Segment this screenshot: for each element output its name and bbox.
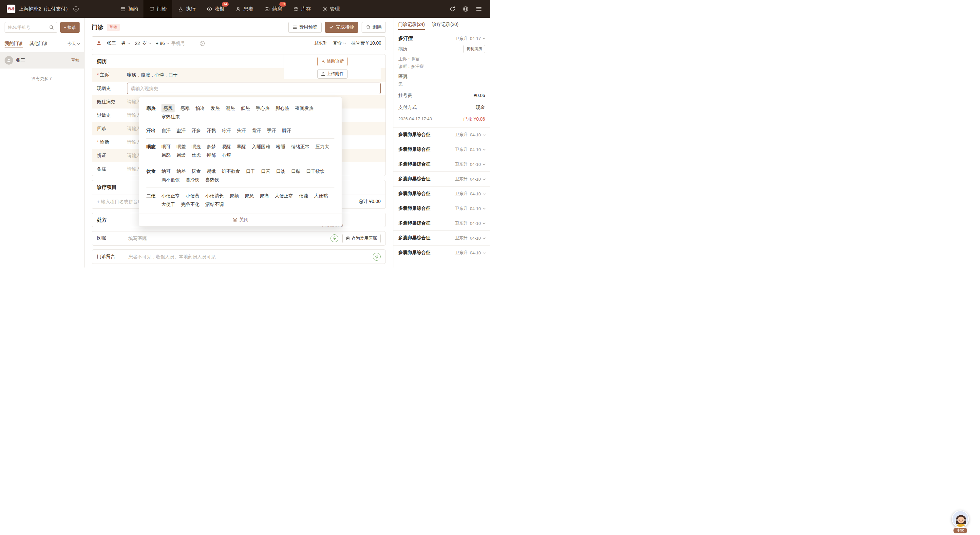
symptom-option[interactable]: 口黏 — [291, 167, 301, 176]
record-list-item[interactable]: 多囊卵巢综合征卫东升04-10 — [393, 230, 490, 245]
symptom-option[interactable]: 易怒 — [161, 151, 171, 159]
symptom-option[interactable]: 汗黏 — [207, 126, 216, 135]
patient-list-item[interactable]: 张三 草稿 — [0, 52, 84, 69]
symptom-option[interactable]: 口干 — [246, 167, 255, 176]
finish-reception-button[interactable]: 完成接诊 — [325, 22, 358, 33]
patient-search-input[interactable] — [8, 25, 49, 30]
symptom-option[interactable]: 多梦 — [207, 142, 216, 151]
symptom-option[interactable]: 溏结不调 — [205, 200, 224, 209]
expand-icon[interactable] — [483, 163, 485, 165]
save-common-advice-button[interactable]: 存为常用医嘱 — [342, 234, 380, 243]
symptom-option[interactable]: 寒热往来 — [161, 112, 180, 121]
symptom-option[interactable]: 渴不欲饮 — [161, 176, 180, 184]
symptom-option[interactable]: 脚心热 — [275, 104, 289, 112]
symptom-option[interactable]: 喜冷饮 — [186, 176, 199, 184]
symptom-option[interactable]: 大便干 — [161, 200, 175, 209]
nav-item-appointment[interactable]: 预约 — [115, 0, 143, 18]
present-illness-input[interactable] — [131, 86, 377, 91]
symptom-option[interactable]: 脚汗 — [282, 126, 291, 135]
message-mic-icon[interactable] — [373, 253, 380, 260]
patient-search-box[interactable] — [5, 22, 57, 33]
record-list-item[interactable]: 多囊卵巢综合征卫东升04-10 — [393, 142, 490, 157]
refresh-icon[interactable] — [449, 6, 456, 12]
symptom-option[interactable]: 尿急 — [245, 192, 254, 200]
symptom-option[interactable]: 尿频 — [230, 192, 239, 200]
delete-button[interactable]: 删除 — [362, 22, 386, 33]
symptom-option[interactable]: 焦虑 — [192, 151, 201, 159]
symptom-option[interactable]: 心烦 — [222, 151, 231, 159]
tab-other-clinic[interactable]: 其他门诊 — [29, 37, 48, 50]
symptom-option[interactable]: 大便正常 — [275, 192, 293, 200]
advice-input[interactable] — [128, 236, 329, 241]
nav-item-cashier[interactable]: 收银14 — [201, 0, 230, 18]
brand[interactable]: 抱朴 上海抱朴2（汇付支付） — [0, 0, 84, 18]
symptom-option[interactable]: 汗多 — [192, 126, 201, 135]
clear-patient-icon[interactable] — [199, 41, 205, 46]
symptom-option[interactable]: 便溏 — [299, 192, 308, 200]
tab-my-clinic[interactable]: 我的门诊 — [5, 37, 23, 50]
record-list-item[interactable]: 多囊卵巢综合征卫东升04-10 — [393, 186, 490, 201]
symptom-option[interactable]: 背汗 — [252, 126, 261, 135]
symptom-option[interactable]: 入睡困难 — [252, 142, 270, 151]
expanded-record-header[interactable]: 多汗症 卫东升 04-17 — [393, 32, 490, 44]
collapse-icon[interactable] — [483, 38, 485, 40]
expand-icon[interactable] — [483, 222, 485, 224]
expand-icon[interactable] — [483, 133, 485, 136]
symptom-option[interactable]: 喜热饮 — [205, 176, 219, 184]
symptom-option[interactable]: 尿痛 — [260, 192, 269, 200]
nav-item-inventory[interactable]: 库存 — [288, 0, 317, 18]
expand-icon[interactable] — [483, 236, 485, 239]
start-reception-button[interactable]: + 接诊 — [60, 22, 80, 33]
symptom-option[interactable]: 冷汗 — [222, 126, 231, 135]
symptom-option[interactable]: 小便黄 — [186, 192, 199, 200]
symptom-option[interactable]: 口苦 — [261, 167, 270, 176]
symptom-option[interactable]: 恶风 — [161, 104, 175, 112]
search-icon[interactable] — [49, 25, 54, 30]
copy-record-button[interactable]: 复制病历 — [463, 45, 485, 53]
expand-icon[interactable] — [483, 251, 485, 254]
age-select[interactable]: 22 岁 — [135, 40, 151, 46]
symptom-option[interactable]: 情绪正常 — [291, 142, 310, 151]
symptom-option[interactable]: 易醒 — [222, 142, 231, 151]
symptom-option[interactable]: 完谷不化 — [181, 200, 199, 209]
symptom-option[interactable]: 易饿 — [207, 167, 216, 176]
symptom-option[interactable]: 手心热 — [256, 104, 270, 112]
phone-input[interactable] — [171, 41, 194, 46]
symptom-option[interactable]: 饥不欲食 — [222, 167, 240, 176]
symptom-option[interactable]: 早醒 — [237, 142, 246, 151]
form-value[interactable]: 咳痰，腹胀，心悸，口干 — [127, 72, 380, 78]
expand-icon[interactable] — [483, 207, 485, 209]
nav-item-execute[interactable]: 执行 — [172, 0, 201, 18]
record-list-item[interactable]: 多囊卵巢综合征卫东升04-10 — [393, 245, 490, 260]
expand-icon[interactable] — [483, 177, 485, 180]
record-list-item[interactable]: 多囊卵巢综合征卫东升04-10 — [393, 157, 490, 171]
record-list-item[interactable]: 多囊卵巢综合征卫东升04-10 — [393, 201, 490, 216]
symptom-option[interactable]: 头汗 — [237, 126, 246, 135]
symptom-option[interactable]: 易燥 — [177, 151, 186, 159]
symptom-option[interactable]: 发热 — [211, 104, 220, 112]
symptom-option[interactable]: 恶寒 — [180, 104, 189, 112]
expand-icon[interactable] — [483, 192, 485, 195]
symptom-option[interactable]: 大便黏 — [314, 192, 328, 200]
nav-item-patient[interactable]: 患者 — [230, 0, 259, 18]
symptom-option[interactable]: 压力大 — [315, 142, 329, 151]
nav-item-outpatient[interactable]: 门诊 — [143, 0, 172, 18]
doctor-select[interactable]: 卫东升 — [313, 40, 327, 46]
expand-icon[interactable] — [483, 148, 485, 150]
message-input[interactable] — [128, 254, 371, 259]
symptom-option[interactable]: 眠可 — [161, 142, 171, 151]
assist-diagnosis-button[interactable]: 辅助诊断 — [317, 57, 347, 66]
symptom-option[interactable]: 自汗 — [161, 126, 171, 135]
symptom-option[interactable]: 小便清长 — [205, 192, 224, 200]
symptom-option[interactable]: 夜间发热 — [295, 104, 313, 112]
record-list-item[interactable]: 多囊卵巢综合征卫东升04-10 — [393, 216, 490, 230]
clinic-switch-icon[interactable] — [73, 6, 79, 11]
record-list-item[interactable]: 多囊卵巢综合征卫东升04-10 — [393, 127, 490, 142]
menu-icon[interactable] — [476, 6, 482, 12]
symptom-option[interactable]: 抑郁 — [207, 151, 216, 159]
symptom-option[interactable]: 手汗 — [267, 126, 276, 135]
gender-select[interactable]: 男 — [121, 40, 130, 46]
language-globe-icon[interactable] — [463, 6, 469, 12]
symptom-option[interactable]: 口淡 — [276, 167, 285, 176]
phone-code-select[interactable]: + 86 — [156, 41, 169, 46]
